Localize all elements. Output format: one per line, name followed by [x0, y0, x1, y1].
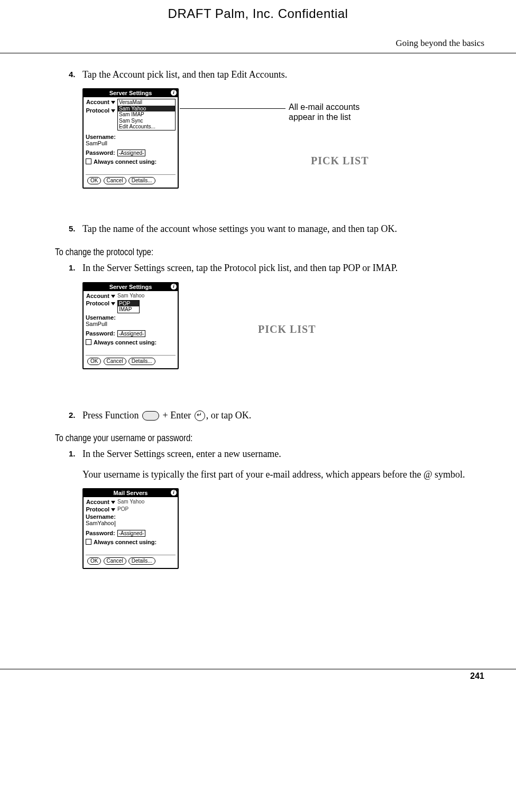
account-label: Account — [86, 99, 115, 105]
username-field[interactable]: SamPull — [86, 140, 176, 146]
dropdown-item-selected[interactable]: POP — [118, 301, 139, 307]
title-text: Server Settings — [109, 90, 152, 96]
callout-line — [180, 108, 285, 109]
step-4: 4. Tap the Account pick list, and then t… — [69, 68, 484, 81]
draft-confidential-header: DRAFT Palm, Inc. Confidential — [0, 0, 516, 21]
ok-button[interactable]: OK — [87, 557, 101, 565]
password-label: Password: — [86, 330, 115, 337]
dropdown-item-selected[interactable]: Sam Yahoo — [118, 106, 175, 112]
step-number: 2. — [69, 409, 82, 422]
cancel-button[interactable]: Cancel — [104, 557, 126, 565]
text-cursor — [115, 521, 115, 527]
picklist-label: PICK LIST — [311, 154, 369, 168]
window-title: Mail Servers i — [84, 489, 178, 497]
always-connect-label: Always connect using: — [94, 339, 156, 346]
step-para: Your username is typically the first par… — [82, 468, 484, 481]
password-field[interactable]: -Assigned- — [117, 530, 146, 537]
dropdown-item[interactable]: VersaMail — [118, 99, 175, 106]
step-text: In the Server Settings screen, tap the P… — [82, 262, 484, 274]
figure-2: Server Settings i Account Sam Yahoo Prot… — [82, 282, 484, 397]
step-number: 1. — [69, 447, 82, 481]
function-key-icon — [142, 411, 159, 421]
details-button[interactable]: Details... — [128, 358, 155, 365]
chevron-down-icon[interactable] — [111, 508, 115, 511]
callout-text: All e-mail accountsappear in the list — [289, 102, 360, 122]
account-value: Sam Yahoo — [117, 499, 144, 505]
step-text: Tap the name of the account whose settin… — [82, 222, 484, 235]
enter-key-icon — [195, 410, 205, 421]
protocol-label: Protocol — [86, 300, 115, 306]
step-number: 4. — [69, 68, 82, 81]
window-title: Server Settings i — [84, 283, 178, 291]
step-username-1: 1. In the Server Settings screen, enter … — [69, 447, 484, 481]
window-title: Server Settings i — [84, 89, 178, 97]
chevron-down-icon[interactable] — [111, 295, 115, 298]
account-label: Account — [86, 499, 115, 505]
password-field[interactable]: -Assigned- — [117, 330, 146, 337]
subheading-protocol: To change the protocol type: — [55, 245, 390, 259]
step-text: In the Server Settings screen, enter a n… — [82, 447, 484, 481]
ok-button[interactable]: OK — [87, 358, 101, 365]
page-footer: 241 — [0, 669, 516, 681]
dropdown-item[interactable]: Sam Sync — [118, 118, 175, 124]
protocol-label: Protocol — [86, 506, 115, 512]
username-label: Username: — [86, 514, 173, 520]
palm-window-mail-servers: Mail Servers i Account Sam Yahoo Protoco… — [82, 488, 179, 569]
picklist-label: PICK LIST — [258, 322, 316, 337]
figure-1: Server Settings i Account VersaMail Sam … — [82, 88, 484, 211]
password-field[interactable]: -Assigned- — [117, 150, 146, 156]
cancel-button[interactable]: Cancel — [104, 358, 126, 365]
always-connect-label: Always connect using: — [94, 539, 156, 545]
always-connect-checkbox[interactable] — [86, 339, 91, 345]
step-protocol-1: 1. In the Server Settings screen, tap th… — [69, 262, 484, 274]
always-connect-label: Always connect using: — [94, 158, 156, 165]
protocol-dropdown[interactable]: POP IMAP — [117, 300, 140, 313]
step-2-press-function: 2. Press Function + Enter , or tap OK. — [69, 409, 484, 422]
username-field[interactable]: SamPull — [86, 321, 176, 327]
password-label: Password: — [86, 150, 115, 156]
ok-button[interactable]: OK — [87, 177, 101, 184]
title-text: Mail Servers — [114, 490, 148, 496]
cancel-button[interactable]: Cancel — [104, 177, 126, 184]
chevron-down-icon[interactable] — [111, 302, 115, 305]
palm-window-server-settings-2: Server Settings i Account Sam Yahoo Prot… — [82, 282, 179, 369]
account-label: Account — [86, 293, 115, 299]
password-label: Password: — [86, 530, 115, 536]
username-label: Username: — [86, 314, 173, 321]
account-value: Sam Yahoo — [117, 293, 144, 298]
always-connect-checkbox[interactable] — [86, 158, 91, 164]
details-button[interactable]: Details... — [128, 557, 155, 565]
step-text: Press Function + Enter , or tap OK. — [82, 409, 484, 422]
section-title: Going beyond the basics — [0, 21, 516, 53]
chevron-down-icon[interactable] — [111, 501, 115, 504]
protocol-label: Protocol — [86, 107, 115, 114]
page-content: 4. Tap the Account pick list, and then t… — [0, 53, 516, 627]
dropdown-item[interactable]: Edit Accounts... — [118, 124, 175, 130]
chevron-down-icon[interactable] — [111, 109, 115, 113]
title-text: Server Settings — [109, 284, 152, 290]
chevron-down-icon[interactable] — [111, 101, 115, 104]
username-label: Username: — [86, 134, 173, 140]
details-button[interactable]: Details... — [128, 177, 155, 184]
info-icon[interactable]: i — [171, 490, 177, 496]
step-number: 5. — [69, 222, 82, 235]
step-number: 1. — [69, 262, 82, 274]
dropdown-item[interactable]: Sam IMAP — [118, 111, 175, 118]
account-dropdown[interactable]: VersaMail Sam Yahoo Sam IMAP Sam Sync Ed… — [117, 99, 176, 130]
dropdown-item[interactable]: IMAP — [118, 306, 139, 313]
info-icon[interactable]: i — [171, 90, 177, 96]
info-icon[interactable]: i — [171, 284, 177, 290]
palm-window-server-settings-1: Server Settings i Account VersaMail Sam … — [82, 88, 179, 189]
always-connect-checkbox[interactable] — [86, 539, 91, 545]
page-number: 241 — [470, 671, 484, 680]
username-field[interactable]: SamYahoo — [86, 520, 176, 527]
protocol-value: POP — [117, 506, 128, 512]
subheading-username: To change your username or password: — [55, 431, 390, 445]
figure-3: Mail Servers i Account Sam Yahoo Protoco… — [82, 488, 484, 616]
step-5: 5. Tap the name of the account whose set… — [69, 222, 484, 235]
step-text: Tap the Account pick list, and then tap … — [82, 68, 484, 81]
